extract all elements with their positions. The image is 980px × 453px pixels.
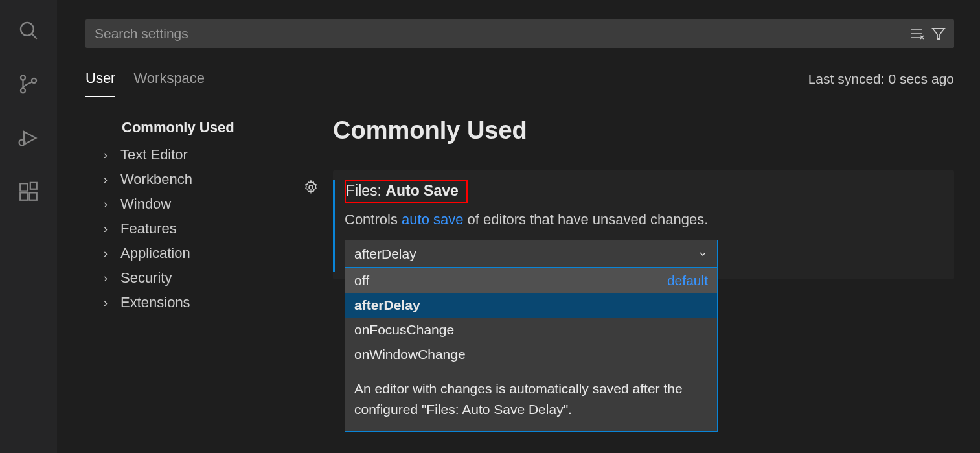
option-onfocuschange[interactable]: onFocusChange — [345, 318, 717, 342]
search-input[interactable] — [93, 26, 909, 41]
auto-save-dropdown: off default afterDelay onFocusChange onW… — [345, 268, 718, 432]
svg-marker-16 — [933, 29, 944, 39]
chevron-right-icon: › — [104, 272, 115, 285]
search-settings-box — [85, 19, 954, 48]
chevron-right-icon: › — [104, 148, 115, 162]
nav-item-features[interactable]: ›Features — [104, 216, 286, 241]
option-off[interactable]: off default — [345, 268, 717, 293]
svg-line-1 — [32, 34, 37, 39]
gear-icon[interactable] — [303, 180, 319, 195]
option-onwindowchange[interactable]: onWindowChange — [345, 342, 717, 367]
chevron-right-icon: › — [104, 198, 115, 211]
filter-icon[interactable] — [931, 26, 946, 41]
chevron-right-icon: › — [104, 296, 115, 310]
settings-nav: Commonly Used ›Text Editor ›Workbench ›W… — [85, 117, 286, 453]
search-actions — [909, 26, 946, 41]
nav-item-workbench[interactable]: ›Workbench — [104, 167, 286, 192]
svg-point-0 — [21, 23, 34, 36]
clear-search-icon[interactable] — [909, 26, 924, 41]
selected-value: afterDelay — [354, 246, 416, 262]
panel-title: Commonly Used — [333, 117, 954, 145]
nav-item-extensions[interactable]: ›Extensions — [104, 290, 286, 315]
svg-rect-8 — [20, 192, 27, 200]
option-description: An editor with changes is automatically … — [345, 367, 717, 431]
nav-heading-commonly-used[interactable]: Commonly Used — [104, 117, 286, 143]
svg-point-2 — [21, 76, 25, 80]
svg-rect-7 — [20, 183, 27, 191]
svg-point-17 — [309, 185, 313, 189]
scope-tabs-row: User Workspace Last synced: 0 secs ago — [85, 70, 954, 97]
chevron-right-icon: › — [104, 247, 115, 261]
default-tag: default — [667, 273, 708, 288]
auto-save-select-wrap: afterDelay off default afterDelay — [345, 240, 718, 268]
auto-save-link[interactable]: auto save — [402, 211, 463, 227]
tab-workspace[interactable]: Workspace — [133, 70, 205, 97]
nav-item-application[interactable]: ›Application — [104, 241, 286, 266]
nav-item-security[interactable]: ›Security — [104, 266, 286, 290]
setting-description: Controls auto save of editors that have … — [345, 211, 942, 228]
extensions-icon[interactable] — [16, 180, 41, 204]
modified-indicator — [333, 180, 335, 272]
search-icon[interactable] — [16, 18, 41, 43]
nav-item-text-editor[interactable]: ›Text Editor — [104, 143, 286, 167]
source-control-icon[interactable] — [16, 72, 41, 97]
svg-rect-10 — [30, 183, 37, 189]
setting-title: Files: Auto Save — [346, 182, 459, 199]
chevron-right-icon: › — [104, 173, 115, 187]
chevron-down-icon — [698, 249, 708, 259]
svg-point-3 — [21, 88, 25, 93]
sync-status: Last synced: 0 secs ago — [808, 71, 954, 96]
chevron-right-icon: › — [104, 222, 115, 236]
nav-item-window[interactable]: ›Window — [104, 192, 286, 216]
settings-panel: Commonly Used Files: Auto Save Controls … — [286, 117, 954, 453]
svg-rect-9 — [29, 192, 36, 200]
option-afterdelay[interactable]: afterDelay — [345, 293, 717, 318]
auto-save-select[interactable]: afterDelay — [345, 240, 718, 268]
debug-icon[interactable] — [16, 126, 41, 150]
setting-title-highlight: Files: Auto Save — [345, 180, 468, 203]
setting-files-auto-save: Files: Auto Save Controls auto save of e… — [333, 170, 954, 279]
svg-point-4 — [32, 78, 36, 83]
activity-bar — [0, 0, 57, 453]
tab-user[interactable]: User — [85, 70, 115, 97]
settings-main: User Workspace Last synced: 0 secs ago C… — [57, 0, 980, 453]
